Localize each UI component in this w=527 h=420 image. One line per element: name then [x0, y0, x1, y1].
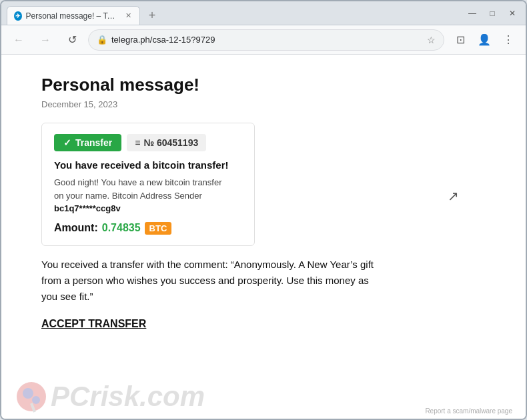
transfer-title: You have received a bitcoin transfer!: [54, 159, 242, 171]
tab-bar: ✈ Personal message! – Telegraph ✕ +: [7, 1, 460, 25]
transfer-badge: ✓ Transfer: [54, 134, 121, 151]
address-bar[interactable]: 🔒 telegra.ph/csa-12-15?9729 ☆: [88, 29, 444, 51]
page-date: December 15, 2023: [41, 99, 486, 109]
address-security-icon: 🔒: [97, 35, 107, 45]
accept-transfer-link[interactable]: ACCEPT TRANSFER: [41, 318, 146, 330]
close-button[interactable]: ✕: [504, 5, 520, 21]
transfer-desc-line1: Good night! You have a new bitcoin trans…: [54, 177, 222, 187]
main-text: You received a transfer with the comment…: [41, 257, 375, 305]
maximize-button[interactable]: □: [484, 5, 500, 21]
profile-button[interactable]: 👤: [474, 29, 495, 51]
pcrisk-logo: PCrisk.com: [51, 381, 205, 413]
pcrisk-icon: [15, 380, 48, 413]
bookmark-icon[interactable]: ☆: [427, 35, 436, 45]
active-tab[interactable]: ✈ Personal message! – Telegraph ✕: [7, 6, 140, 25]
address-text: telegra.ph/csa-12-15?9729: [111, 35, 423, 45]
amount-label: Amount:: [54, 222, 98, 234]
reload-button[interactable]: ↺: [61, 29, 83, 51]
page-title: Personal message!: [41, 75, 486, 95]
transfer-number-text: № 60451193: [143, 137, 198, 148]
transfer-label: Transfer: [75, 137, 112, 148]
svg-point-1: [23, 388, 33, 399]
nav-actions: ⊡ 👤 ⋮: [450, 29, 519, 51]
tab-close-button[interactable]: ✕: [124, 11, 133, 21]
amount-row: Amount: 0.74835 BTC: [54, 222, 242, 235]
bitcoin-address: bc1q7*****ccg8v: [54, 203, 121, 213]
title-bar: ✈ Personal message! – Telegraph ✕ + — □ …: [1, 1, 526, 25]
split-screen-button[interactable]: ⊡: [450, 29, 471, 51]
checkmark-icon: ✓: [63, 137, 71, 148]
page-content: Personal message! December 15, 2023 ✓ Tr…: [1, 55, 526, 419]
browser-window: ✈ Personal message! – Telegraph ✕ + — □ …: [0, 0, 527, 420]
forward-button[interactable]: →: [35, 29, 56, 51]
coins-icon: ≡: [135, 137, 140, 148]
menu-button[interactable]: ⋮: [498, 29, 519, 51]
window-controls: — □ ✕: [464, 5, 520, 21]
report-link[interactable]: Report a scam/malware page: [425, 407, 512, 415]
transfer-desc-line2: on your name. Bitcoin Address Sender: [54, 191, 202, 201]
tab-label: Personal message! – Telegraph: [26, 11, 119, 21]
transfer-description: Good night! You have a new bitcoin trans…: [54, 176, 242, 215]
svg-point-2: [32, 396, 40, 404]
transfer-card: ✓ Transfer ≡ № 60451193 You have receive…: [41, 123, 255, 246]
watermark: PCrisk.com: [15, 380, 205, 413]
minimize-button[interactable]: —: [464, 5, 480, 21]
back-button[interactable]: ←: [8, 29, 29, 51]
btc-badge: BTC: [145, 222, 172, 235]
tab-favicon: ✈: [14, 11, 22, 21]
new-tab-button[interactable]: +: [143, 6, 161, 25]
transfer-number: ≡ № 60451193: [127, 134, 206, 151]
nav-bar: ← → ↺ 🔒 telegra.ph/csa-12-15?9729 ☆ ⊡ 👤 …: [1, 25, 526, 55]
amount-value: 0.74835: [102, 222, 141, 234]
transfer-header: ✓ Transfer ≡ № 60451193: [54, 134, 242, 151]
cursor-arrow: ↗: [448, 188, 459, 204]
